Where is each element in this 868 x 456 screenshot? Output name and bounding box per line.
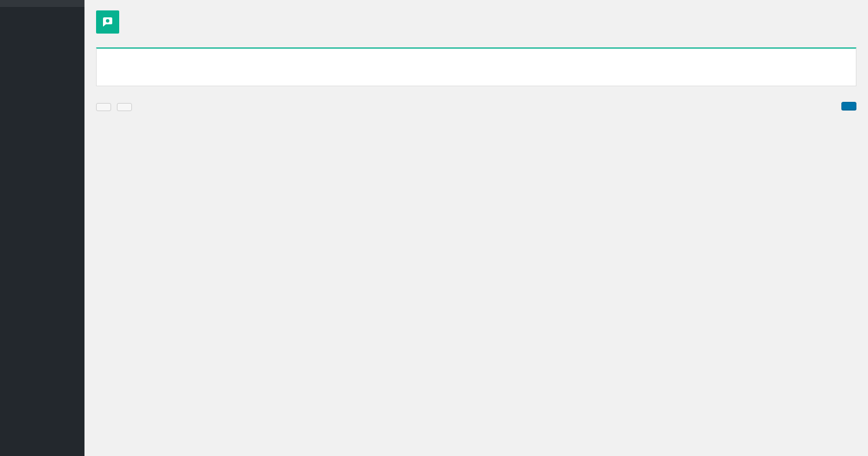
svg-point-0 bbox=[106, 19, 109, 23]
settings-panel bbox=[96, 47, 856, 86]
main-content bbox=[84, 0, 868, 456]
remove-vote-data-button[interactable] bbox=[117, 103, 132, 111]
save-changes-button[interactable] bbox=[841, 102, 856, 110]
footer-actions bbox=[96, 100, 856, 111]
page-header bbox=[96, 10, 856, 34]
plugin-logo-icon bbox=[96, 10, 119, 34]
admin-sidebar bbox=[0, 0, 84, 456]
reset-options-button[interactable] bbox=[96, 103, 111, 111]
sidebar-submenu bbox=[0, 0, 84, 7]
